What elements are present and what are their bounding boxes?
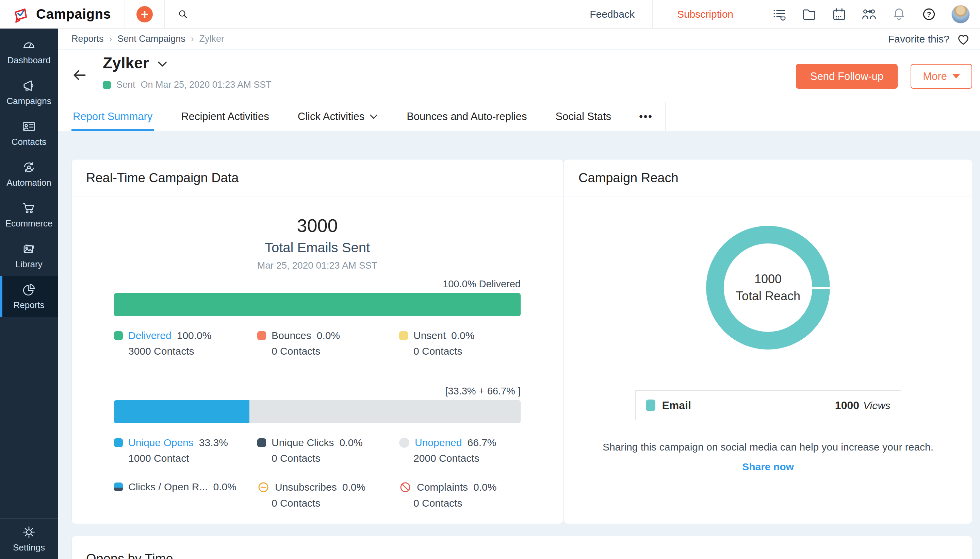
unsent-swatch [399, 331, 408, 340]
complaints-ban-icon [399, 481, 411, 493]
legend-label[interactable]: Unopened [415, 437, 462, 448]
mailing-lists-icon[interactable] [772, 7, 787, 22]
favorite-heart-icon[interactable] [956, 32, 970, 46]
opens-bar-fill [114, 400, 249, 423]
more-tabs-button[interactable]: ••• [638, 103, 666, 131]
share-now-link[interactable]: Share now [564, 461, 972, 473]
folders-icon[interactable] [802, 7, 817, 22]
sidebar-item-dashboard[interactable]: Dashboard [0, 31, 58, 72]
legend-label: Unsent [413, 330, 446, 341]
back-arrow-icon[interactable] [71, 67, 87, 83]
legend-count: 0 Contacts [399, 498, 521, 509]
delivered-swatch [114, 331, 123, 340]
legend-label: Unique Clicks [272, 437, 334, 448]
bounces-swatch [257, 331, 266, 340]
legend-count: 3000 Contacts [114, 346, 257, 357]
campaign-header: Zylker Sent On Mar 25, 2020 01:23 AM SST… [58, 50, 980, 103]
tab-label: Click Activities [298, 111, 365, 123]
delivered-bar-caption: 100.0% Delivered [114, 278, 521, 290]
sent-status-label: Sent [116, 79, 136, 90]
legend-count: 0 Contacts [257, 453, 399, 464]
create-new-button[interactable]: + [125, 0, 164, 28]
sidebar-item-ecommerce[interactable]: Ecommerce [0, 195, 58, 235]
legend-count: 1000 Contact [114, 453, 257, 464]
header-icons: ? [758, 0, 980, 28]
unsubscribe-minus-icon [257, 481, 270, 493]
report-tabs: Report Summary Recipient Activities Clic… [58, 103, 980, 131]
unopened-swatch [399, 438, 410, 448]
notifications-bell-icon[interactable] [892, 7, 907, 22]
feedback-link[interactable]: Feedback [572, 0, 652, 28]
card-title: Campaign Reach [579, 171, 678, 185]
more-button[interactable]: More [910, 64, 972, 89]
sidebar-item-contacts[interactable]: Contacts [0, 113, 58, 154]
breadcrumb-sent-campaigns[interactable]: Sent Campaigns [118, 34, 186, 44]
share-hint-text: Sharing this campaign on social media ca… [564, 442, 972, 453]
legend-percent: 0.0% [317, 330, 340, 341]
tab-click-activities[interactable]: Click Activities [297, 103, 380, 131]
sidebar-item-settings[interactable]: Settings [0, 518, 58, 559]
breadcrumb-bar: Reports › Sent Campaigns › Zylker Favori… [58, 28, 980, 50]
legend-label: Complaints [417, 481, 468, 493]
calendar-icon[interactable] [832, 7, 847, 22]
sidebar-item-campaigns[interactable]: Campaigns [0, 72, 58, 113]
app-brand[interactable]: Campaigns [0, 0, 124, 28]
delivered-bar [114, 293, 521, 316]
main-area: Reports › Sent Campaigns › Zylker Favori… [58, 28, 980, 559]
sidebar-item-automation[interactable]: Automation [0, 154, 58, 195]
legend-percent: 0.0% [473, 481, 496, 493]
card-title: Opens by Time [86, 552, 173, 559]
legend-percent: 0.0% [339, 437, 362, 448]
legend-label[interactable]: Delivered [128, 330, 171, 341]
tab-bounces-autoreplies[interactable]: Bounces and Auto-replies [405, 103, 528, 131]
unique-opens-swatch [114, 438, 123, 447]
tab-recipient-activities[interactable]: Recipient Activities [180, 103, 270, 131]
legend-item-unopened: Unopened 66.7% 2000 Contacts [399, 437, 521, 464]
sidebar-item-label: Library [15, 259, 42, 270]
tab-report-summary[interactable]: Report Summary [71, 103, 154, 131]
opens-legend-row1: Unique Opens 33.3% 1000 Contact Unique C… [114, 437, 521, 464]
breadcrumb-reports[interactable]: Reports [71, 34, 104, 44]
search-button[interactable] [165, 0, 201, 28]
legend-item-bounces: Bounces 0.0% 0 Contacts [257, 330, 399, 357]
total-reach-label: Total Reach [736, 288, 800, 305]
legend-percent: 0.0% [213, 481, 236, 493]
sidebar-item-label: Ecommerce [5, 218, 53, 229]
pie-chart-icon [22, 283, 36, 297]
gear-icon [22, 525, 36, 539]
sync-contacts-icon[interactable] [862, 7, 877, 22]
total-reach-value: 1000 [754, 271, 782, 288]
reach-legend: Email 1000 Views [635, 390, 901, 420]
sidebar-item-reports[interactable]: Reports [0, 276, 58, 317]
legend-percent: 33.3% [199, 437, 228, 448]
send-followup-button[interactable]: Send Follow-up [796, 64, 898, 89]
breadcrumb: Reports › Sent Campaigns › Zylker [71, 34, 224, 44]
subscription-link[interactable]: Subscription [653, 0, 758, 28]
reach-donut-chart: 1000 Total Reach [706, 226, 830, 349]
card-header: Campaign Reach [564, 159, 972, 197]
tab-label: Bounces and Auto-replies [406, 111, 527, 123]
sidebar-item-label: Settings [13, 542, 45, 553]
tab-social-stats[interactable]: Social Stats [554, 103, 612, 131]
email-views-unit: Views [863, 400, 890, 412]
legend-percent: 0.0% [342, 481, 365, 493]
tab-label: Report Summary [73, 111, 153, 123]
email-swatch [646, 400, 655, 411]
legend-item-complaints: Complaints 0.0% 0 Contacts [399, 481, 521, 509]
breadcrumb-separator: › [109, 34, 112, 44]
favorite-label: Favorite this? [888, 33, 949, 45]
megaphone-icon [22, 79, 36, 93]
campaign-title-chevron-icon[interactable] [157, 61, 167, 68]
legend-label: Bounces [272, 330, 311, 341]
help-icon[interactable]: ? [922, 7, 937, 22]
user-avatar[interactable] [952, 5, 970, 23]
legend-label[interactable]: Unique Opens [128, 437, 194, 448]
legend-percent: 0.0% [451, 330, 474, 341]
sidebar-item-library[interactable]: Library [0, 235, 58, 276]
campaign-sent-date: Mar 25, 2020 01:23 AM SST [114, 260, 521, 271]
delivery-legend: Delivered 100.0% 3000 Contacts Bounces 0… [114, 330, 521, 357]
delivered-bar-fill [114, 293, 521, 316]
sent-status-swatch [103, 81, 111, 89]
click-open-rate-swatch [114, 483, 123, 491]
plus-icon: + [136, 6, 153, 22]
